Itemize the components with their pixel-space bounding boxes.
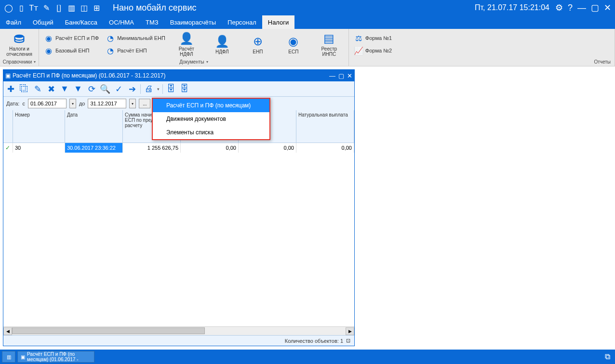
menu-assets[interactable]: ОС/НМА — [103, 15, 140, 29]
table-wrap: Номер Дата Сумма начисленного ЕСП по пре… — [3, 110, 354, 326]
date-from-input[interactable] — [28, 99, 67, 108]
cm-item-doc-movements[interactable]: Движения документов — [153, 112, 269, 126]
cm-item-calc-esp[interactable]: Расчёт ЕСП и ПФ (по месяцам) — [153, 99, 269, 112]
gear-icon[interactable]: ⚙ — [555, 2, 563, 13]
btn-form-2[interactable]: 📈Форма №2 — [351, 44, 395, 57]
more-button[interactable]: ... — [139, 99, 150, 108]
menu-file[interactable]: Файл — [0, 15, 27, 29]
col-sum4[interactable]: Натуральная выплата — [296, 110, 354, 143]
date-from-dropdown[interactable]: ▾ — [69, 99, 76, 108]
date-label: Дата: — [6, 101, 19, 106]
menu-common[interactable]: Общий — [27, 15, 59, 29]
taskbar-item-label: Расчёт ЕСП и ПФ (по месяцам) (01.06.2017… — [27, 351, 91, 362]
add-icon[interactable]: ✚ — [5, 84, 16, 94]
col-date[interactable]: Дата — [65, 110, 123, 143]
from-label: с — [22, 101, 25, 106]
horizontal-scrollbar[interactable]: ◀ ▶ — [3, 326, 354, 335]
print-icon[interactable]: 🖨 — [144, 84, 154, 94]
btn-calc-esp-pf[interactable]: ◉Расчёт ЕСП и ПФ — [41, 32, 102, 44]
btn-calc-enp[interactable]: ◔Расчёт ЕНП — [103, 44, 168, 57]
search-icon[interactable]: 🔍 — [100, 84, 110, 94]
target-icon: ⊕ — [251, 35, 265, 48]
btn-esp[interactable]: ◉ЕСП — [276, 30, 311, 58]
cell-sum4: 0,00 — [296, 143, 354, 153]
db2-icon[interactable]: 🗄 — [179, 84, 190, 94]
delete-icon[interactable]: ✖ — [46, 84, 56, 94]
to-label: до — [79, 101, 85, 106]
btn-taxes-deductions[interactable]: Налоги и отчисления — [2, 30, 37, 58]
btn-enp[interactable]: ⊕ЕНП — [241, 30, 275, 58]
tray-windows-icon[interactable]: ⧉ — [602, 351, 613, 363]
ribbon-label-reports[interactable]: Отчеты — [351, 59, 613, 65]
grid-icon[interactable]: ⊞ — [92, 3, 101, 13]
btn-inps-registry[interactable]: ▤Реестр ИНПС — [312, 30, 347, 58]
menu-settlements[interactable]: Взаиморасчёты — [164, 15, 222, 29]
inner-window: ▣ Расчёт ЕСП и ПФ (по месяцам) (01.06.20… — [3, 69, 355, 346]
date-to-input[interactable] — [88, 99, 126, 108]
globe2-icon: ◉ — [287, 35, 300, 48]
copy-icon[interactable]: ⿻ — [19, 84, 29, 94]
scroll-left-icon[interactable]: ◀ — [3, 327, 12, 335]
taskbar-item[interactable]: ▣ Расчёт ЕСП и ПФ (по месяцам) (01.06.20… — [17, 351, 94, 363]
cell-sum1: 1 255 626,75 — [123, 143, 181, 153]
ribbon-label-refs[interactable]: Справочники — [2, 59, 37, 65]
person-icon: 👤 — [215, 35, 229, 48]
menu-personnel[interactable]: Персонал — [222, 15, 262, 29]
row-icon: ✓ — [3, 143, 13, 153]
edit-icon[interactable]: ✎ — [32, 84, 43, 94]
date-to-dropdown[interactable]: ▾ — [129, 99, 136, 108]
object-count-value: 1 — [340, 338, 343, 344]
menu-tmz[interactable]: ТМЗ — [140, 15, 164, 29]
columns-icon: ▥ — [7, 354, 11, 360]
scroll-thumb[interactable] — [12, 327, 205, 334]
doc-icon[interactable]: ▯ — [16, 3, 26, 13]
check-icon[interactable]: ✓ — [113, 84, 124, 94]
col-number[interactable]: Номер — [13, 110, 65, 143]
doc-check-icon: ✓ — [5, 144, 10, 151]
inner-minimize-icon[interactable]: — — [329, 72, 335, 79]
scales-icon: ⚖ — [354, 33, 363, 43]
arrow-icon[interactable]: ➔ — [127, 84, 137, 94]
btn-form-1[interactable]: ⚖Форма №1 — [351, 32, 395, 44]
close-icon[interactable]: ✕ — [604, 2, 611, 13]
inner-maximize-icon[interactable]: ▢ — [338, 72, 344, 79]
col-icon[interactable] — [3, 110, 13, 143]
ribbon-toolbar: Налоги и отчисления Справочники ◉Расчёт … — [0, 29, 615, 66]
app-logo-icon: ◯ — [4, 3, 13, 13]
statusbar-expand-icon[interactable]: ⊡ — [346, 338, 350, 344]
scroll-right-icon[interactable]: ▶ — [346, 327, 354, 335]
barcode-icon[interactable]: ⦋⦌ — [54, 3, 64, 13]
app-title: Нано мобайл сервис — [113, 3, 196, 13]
db-icon[interactable]: 🗄 — [166, 84, 176, 94]
menu-taxes[interactable]: Налоги — [262, 15, 295, 29]
inner-close-icon[interactable]: ✕ — [347, 72, 352, 79]
inner-titlebar[interactable]: ▣ Расчёт ЕСП и ПФ (по месяцам) (01.06.20… — [3, 70, 354, 81]
taskbar: ▥ ▣ Расчёт ЕСП и ПФ (по месяцам) (01.06.… — [0, 350, 615, 364]
maximize-icon[interactable]: ▢ — [591, 2, 599, 13]
pencil-icon[interactable]: ✎ — [41, 3, 51, 13]
help-icon[interactable]: ? — [568, 3, 573, 13]
list-icon: ▤ — [322, 32, 336, 45]
pie-icon: ◔ — [106, 46, 115, 55]
text-icon[interactable]: Tᴛ — [29, 3, 39, 13]
filter2-icon[interactable]: ▼ — [73, 84, 83, 94]
btn-min-enp[interactable]: ◔Минимальный ЕНП — [103, 32, 168, 44]
refresh-icon[interactable]: ⟳ — [86, 84, 97, 94]
btn-calc-ndfl[interactable]: 👤Расчёт НДФЛ — [169, 30, 204, 58]
scroll-track[interactable] — [12, 327, 346, 335]
datetime-display: Пт, 21.07.17 15:21:04 — [475, 3, 549, 12]
minimize-icon[interactable]: — — [577, 3, 586, 13]
columns-icon[interactable]: ▥ — [67, 3, 76, 13]
book-icon[interactable]: ◫ — [79, 3, 89, 13]
app-titlebar: ◯ ▯ Tᴛ ✎ ⦋⦌ ▥ ◫ ⊞ Нано мобайл сервис Пт,… — [0, 0, 615, 15]
titlebar-icons: ◯ ▯ Tᴛ ✎ ⦋⦌ ▥ ◫ ⊞ — [4, 3, 101, 13]
table-row[interactable]: ✓ 30 30.06.2017 23:36:22 1 255 626,75 0,… — [3, 143, 354, 153]
filter-icon[interactable]: ▼ — [59, 84, 70, 94]
ribbon-section-refs: Налоги и отчисления Справочники — [0, 29, 39, 66]
btn-base-enp[interactable]: ◉Базовый ЕНП — [41, 44, 102, 57]
cm-item-list-elements[interactable]: Элементы списка — [153, 126, 269, 139]
btn-ndfl[interactable]: 👤НДФЛ — [205, 30, 240, 58]
menu-bank[interactable]: Банк/Касса — [59, 15, 103, 29]
ribbon-label-docs[interactable]: Документы — [41, 59, 347, 65]
taskbar-start[interactable]: ▥ — [2, 351, 15, 363]
